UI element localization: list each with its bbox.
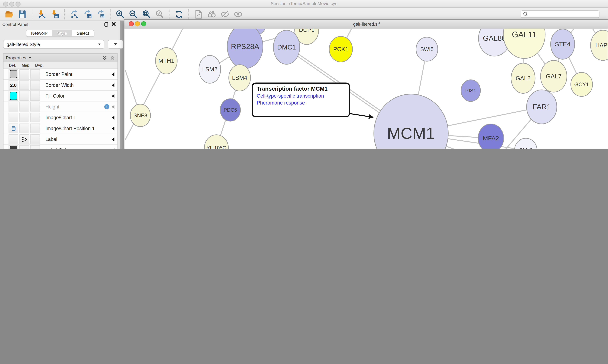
property-row-label-color[interactable]: Label Color [3, 145, 117, 149]
network-node-ste4[interactable]: STE4 [551, 29, 575, 59]
network-node-pis1[interactable]: PIS1 [461, 80, 480, 101]
float-window-icon[interactable] [104, 22, 109, 27]
tab-select[interactable]: Select [72, 30, 94, 36]
network-node-gal7[interactable]: GAL7 [540, 60, 567, 92]
node-label: LSM4 [232, 75, 247, 81]
property-map-cell[interactable] [19, 113, 29, 122]
expand-row-icon[interactable] [112, 137, 114, 141]
network-node-mth1[interactable]: MTH1 [155, 48, 177, 74]
property-byp-cell[interactable] [30, 91, 40, 101]
annotation-box[interactable]: Transcription factor MCM1 Cell-type-spec… [252, 83, 350, 117]
network-node-pck1[interactable]: PCK1 [329, 36, 352, 62]
property-byp-cell[interactable] [30, 145, 40, 149]
network-node-mfa2[interactable]: MFA2 [478, 124, 504, 149]
export-image-icon[interactable] [96, 9, 106, 19]
network-window-titlebar[interactable]: galFiltered.sif [124, 20, 608, 29]
property-def-cell[interactable] [9, 123, 18, 133]
network-node-swi5[interactable]: SWI5 [416, 37, 438, 61]
style-options-button[interactable] [108, 40, 123, 49]
close-icon[interactable] [112, 22, 115, 26]
property-row-border-width[interactable]: 2.0Border Width [3, 80, 117, 91]
property-def-cell[interactable] [9, 91, 18, 101]
expand-row-icon[interactable] [112, 105, 114, 108]
property-byp-cell[interactable] [30, 102, 40, 111]
property-byp-cell[interactable] [30, 80, 40, 90]
property-byp-cell[interactable] [30, 134, 40, 144]
expand-all-icon[interactable] [102, 55, 107, 60]
property-def-cell[interactable] [9, 102, 18, 111]
annotation-link[interactable]: Cell-type-specific transcription [257, 93, 345, 99]
network-node-lsm2[interactable]: LSM2 [199, 55, 221, 83]
eye-icon[interactable] [233, 9, 243, 19]
annotation-link[interactable]: Pheromone response [257, 100, 345, 106]
tab-style[interactable]: Style [52, 30, 72, 36]
network-canvas[interactable]: RPS28BDCP1RPS28ADMC1PCK1SWI5GAL80GAL11ST… [124, 29, 608, 149]
zoom-in-icon[interactable] [115, 9, 125, 19]
property-row-fill-color[interactable]: Fill Color [3, 91, 117, 102]
property-map-cell[interactable] [19, 145, 29, 149]
property-map-cell[interactable] [19, 80, 29, 90]
annotation-arrowhead [368, 114, 374, 120]
eye-slash-icon[interactable] [220, 9, 230, 19]
network-node-hap2[interactable]: HAP2 [591, 30, 608, 60]
import-table-icon[interactable] [50, 9, 60, 19]
network-node-lsm4[interactable]: LSM4 [229, 65, 250, 91]
network-node-dmc1[interactable]: DMC1 [274, 30, 300, 64]
refresh-icon[interactable] [174, 9, 184, 19]
control-panel-tabs: NetworkStyleSelect [0, 30, 120, 37]
expand-row-icon[interactable] [112, 127, 114, 130]
save-session-icon[interactable] [17, 9, 28, 19]
info-icon[interactable]: i [104, 104, 110, 109]
style-select[interactable]: galFiltered Style [3, 40, 104, 49]
network-node-far1[interactable]: FAR1 [527, 90, 557, 124]
properties-header[interactable]: Properties [3, 54, 117, 62]
zoom-fit-icon[interactable] [141, 9, 152, 19]
property-map-cell[interactable] [19, 102, 29, 111]
node-label: STE4 [555, 41, 570, 48]
page-icon[interactable] [193, 9, 204, 19]
property-map-cell[interactable] [19, 123, 29, 133]
export-network-icon[interactable] [69, 9, 80, 19]
import-network-icon[interactable] [37, 9, 47, 19]
property-byp-cell[interactable] [30, 69, 40, 79]
expand-row-icon[interactable] [112, 116, 114, 119]
network-node-snf3[interactable]: SNF3 [130, 104, 151, 127]
property-map-cell[interactable] [19, 91, 29, 101]
open-session-icon[interactable] [4, 9, 14, 19]
collapse-all-icon[interactable] [110, 55, 115, 60]
network-node-yil105c[interactable]: YIL105C [204, 135, 228, 149]
network-node-gal2[interactable]: GAL2 [511, 63, 535, 93]
tab-network[interactable]: Network [27, 30, 53, 36]
expand-row-icon[interactable] [112, 83, 114, 87]
property-def-cell[interactable] [9, 113, 18, 122]
property-map-cell[interactable] [19, 134, 29, 144]
network-node-cln3[interactable]: CLN3 [515, 138, 537, 149]
zoom-selected-icon[interactable] [155, 9, 165, 19]
property-row-label[interactable]: Label [3, 134, 117, 145]
network-node-pdc5[interactable]: PDC5 [220, 99, 240, 121]
property-row-border-paint[interactable]: Border Paint [3, 69, 117, 80]
binoculars-icon[interactable] [207, 9, 217, 19]
network-node-gal11[interactable]: GAL11 [503, 29, 545, 59]
property-map-cell[interactable] [19, 69, 29, 79]
network-node-gcy1[interactable]: GCY1 [571, 72, 593, 96]
property-byp-cell[interactable] [30, 113, 40, 122]
expand-row-icon[interactable] [112, 148, 114, 149]
network-edge[interactable] [125, 61, 166, 140]
expand-row-icon[interactable] [112, 72, 114, 76]
property-byp-cell[interactable] [30, 123, 40, 133]
property-def-cell[interactable] [9, 145, 18, 149]
chevron-down-icon [29, 57, 31, 58]
export-table-icon[interactable] [83, 9, 93, 19]
expand-row-icon[interactable] [112, 94, 114, 98]
property-def-cell[interactable]: 2.0 [9, 80, 18, 90]
network-node-mcm1[interactable]: MCM1 [374, 94, 448, 149]
search-input[interactable] [521, 11, 599, 18]
property-row-image-chart-position-1[interactable]: Image/Chart Position 1 [3, 123, 117, 134]
property-def-cell[interactable] [9, 134, 18, 144]
property-row-image-chart-1[interactable]: Image/Chart 1 [3, 112, 117, 123]
zoom-out-icon[interactable] [128, 9, 138, 19]
property-def-cell[interactable] [9, 69, 18, 79]
network-node-rps28a[interactable]: RPS28A [227, 29, 263, 68]
property-row-height[interactable]: Heighti [3, 102, 117, 112]
